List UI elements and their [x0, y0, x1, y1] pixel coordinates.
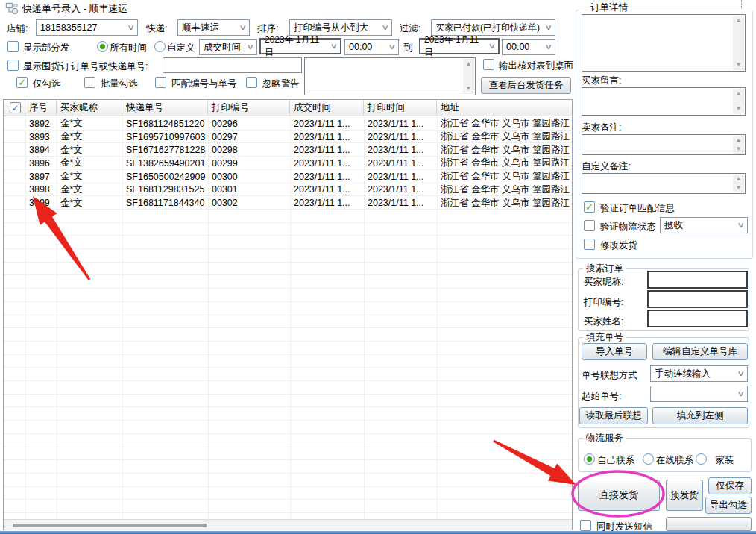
modify-shipping-checkbox[interactable] — [584, 239, 595, 250]
time-from-select[interactable]: 00:00 ∨ — [344, 39, 399, 55]
header-print-no[interactable]: 打印编号 — [208, 100, 290, 116]
table-row[interactable]: ✓ 3898 金*文 SF1681129831525 00301 2023/1/… — [4, 183, 572, 197]
show-stock-checkbox[interactable] — [7, 60, 19, 71]
scroll-down-icon[interactable]: ▼ — [736, 106, 742, 112]
express-select[interactable]: 顺丰速运 ∨ — [177, 19, 250, 36]
assoc-mode-select[interactable]: 手动连续输入 ∨ — [650, 365, 748, 382]
cell-nick: 金*文 — [57, 131, 122, 143]
scroll-down-icon[interactable]: ▼ — [736, 185, 742, 191]
search-name-input[interactable] — [647, 310, 748, 327]
table-row[interactable]: ✓ 3899 金*文 SF1681171844340 00302 2023/1/… — [4, 196, 572, 210]
export-check-table-checkbox[interactable] — [483, 59, 494, 70]
scrollbar-thumb[interactable] — [13, 524, 207, 527]
send-sms-checkbox[interactable] — [580, 520, 591, 531]
chevron-down-icon: ∨ — [488, 43, 496, 50]
export-checked-button[interactable]: 导出勾选 — [705, 497, 752, 514]
scroll-down-icon[interactable]: ▼ — [736, 62, 742, 68]
order-no-input[interactable] — [163, 57, 302, 73]
cell-print-time: 2023/1/11 1... — [364, 184, 437, 195]
batch-check-checkbox[interactable] — [84, 77, 95, 88]
bottom-right-empty-button[interactable] — [666, 517, 752, 531]
window-bottom-border — [0, 531, 756, 534]
all-time-radio[interactable] — [97, 41, 108, 52]
cell-print-time: 2023/1/11 1... — [364, 172, 437, 182]
match-no-checkbox[interactable] — [155, 77, 166, 88]
cell-nick: 金*文 — [57, 183, 122, 196]
custom-time-radio[interactable] — [154, 41, 166, 52]
order-no-textarea[interactable]: ▲ ▼ — [304, 57, 476, 95]
horizontal-scrollbar[interactable] — [4, 519, 572, 530]
scroll-up-icon[interactable]: ▲ — [466, 61, 472, 67]
search-nick-input[interactable] — [647, 271, 748, 289]
fill-tracking-title: 填充单号 — [583, 332, 626, 342]
only-checked-checkbox[interactable]: ✓ — [16, 77, 28, 88]
table-row[interactable]: ✓ 3892 金*文 SF1681124851220 00296 2023/1/… — [4, 117, 572, 131]
table-row[interactable]: ✓ 3897 金*文 SF1650500242909 00300 2023/1/… — [4, 170, 572, 183]
scroll-down-icon[interactable]: ▼ — [736, 146, 742, 152]
import-tracking-button[interactable]: 导入单号 — [582, 343, 647, 360]
cell-print-no: 00299 — [208, 158, 290, 169]
self-contact-radio[interactable] — [584, 453, 595, 465]
custom-note-textarea[interactable]: ▲ ▼ — [582, 173, 746, 194]
edit-custom-lib-button[interactable]: 编辑自定义单号库 — [652, 343, 748, 360]
fill-to-left-button[interactable]: 填充到左侧 — [652, 407, 748, 424]
pre-ship-button[interactable]: 预发货 — [666, 480, 703, 511]
online-contact-radio[interactable] — [643, 453, 654, 465]
cell-address: 浙江省 金华市 义乌市 篁园路江 — [437, 157, 572, 169]
buyer-message-textarea[interactable]: ▲ ▼ — [582, 87, 746, 116]
header-deal-time[interactable]: 成交时间 — [290, 100, 364, 116]
order-detail-label: 订单详情 — [588, 1, 630, 13]
show-partial-checkbox[interactable] — [7, 41, 19, 52]
header-print-time[interactable]: 打印时间 — [364, 100, 437, 116]
time-to-select[interactable]: 00:00 ∨ — [502, 39, 555, 55]
date-from-picker[interactable]: 2023年 1月11日 ∨ — [259, 38, 341, 54]
start-no-select[interactable]: ∨ — [650, 386, 748, 402]
header-seq[interactable]: 序号 — [25, 100, 57, 116]
clipped-control-fragment — [741, 0, 742, 8]
verify-logistics-checkbox[interactable] — [584, 220, 595, 231]
table-row[interactable]: ✓ 3894 金*文 SF1671627781228 00298 2023/1/… — [4, 143, 572, 157]
header-checkbox-cell: ✓ — [4, 100, 25, 116]
cell-nick: 金*文 — [57, 197, 122, 210]
header-nick[interactable]: 买家昵称 — [57, 100, 122, 116]
cell-nick: 金*文 — [57, 157, 122, 169]
date-to-picker[interactable]: 2023年 1月11日 ∨ — [419, 38, 500, 54]
save-only-button[interactable]: 仅保存 — [708, 477, 752, 494]
read-last-assoc-button[interactable]: 读取最后联想 — [579, 407, 648, 424]
seller-note-textarea[interactable]: ▲ ▼ — [582, 134, 746, 155]
order-no-label: 订单号或快递单号: — [71, 60, 148, 72]
table-body: ✓ 3892 金*文 SF1681124851220 00296 2023/1/… — [4, 117, 572, 518]
date-from-value: 2023年 1月11日 — [265, 34, 328, 59]
chevron-down-icon: ∨ — [388, 43, 396, 51]
scroll-up-icon[interactable]: ▲ — [736, 91, 742, 97]
scrollbar[interactable]: ▲ ▼ — [733, 136, 744, 154]
header-tracking[interactable]: 快递单号 — [122, 100, 208, 116]
cell-tracking: SF1681171844340 — [122, 198, 208, 208]
header-address[interactable]: 地址 — [437, 100, 572, 116]
scrollbar[interactable]: ▲ ▼ — [463, 59, 474, 94]
search-print-input[interactable] — [647, 290, 748, 308]
table-row[interactable]: ✓ 3893 金*文 SF1695710997603 00297 2023/1/… — [4, 131, 572, 144]
scrollbar[interactable]: ▲ ▼ — [733, 89, 744, 114]
cell-print-no: 00302 — [208, 198, 290, 208]
start-no-label: 起始单号: — [582, 390, 621, 402]
order-detail-textarea[interactable]: ▲ ▼ — [582, 14, 746, 72]
scroll-up-icon[interactable]: ▲ — [736, 176, 742, 182]
chevron-down-icon: ∨ — [246, 43, 254, 51]
scroll-down-icon[interactable]: ▼ — [466, 86, 472, 92]
select-all-checkbox[interactable]: ✓ — [10, 102, 21, 113]
buyer-message-label: 买家留言: — [582, 75, 621, 87]
scrollbar[interactable]: ▲ ▼ — [733, 16, 744, 70]
scroll-up-icon[interactable]: ▲ — [736, 137, 742, 143]
scroll-up-icon[interactable]: ▲ — [736, 18, 742, 24]
ignore-warning-checkbox[interactable] — [246, 77, 257, 88]
logistics-status-select[interactable]: 揽收 ∨ — [660, 217, 748, 233]
ship-now-button[interactable]: 直接发货 — [578, 480, 660, 511]
view-background-tasks-button[interactable]: 查看后台发货任务 — [481, 77, 571, 94]
table-row[interactable]: ✓ 3896 金*文 SF1382659490201 00299 2023/1/… — [4, 157, 572, 170]
home-install-radio[interactable] — [696, 453, 707, 465]
time-type-select[interactable]: 成交时间 ∨ — [199, 39, 257, 55]
shop-select[interactable]: 18158355127 ∨ — [36, 19, 138, 36]
verify-match-checkbox[interactable]: ✓ — [584, 201, 595, 213]
scrollbar[interactable]: ▲ ▼ — [733, 175, 744, 192]
